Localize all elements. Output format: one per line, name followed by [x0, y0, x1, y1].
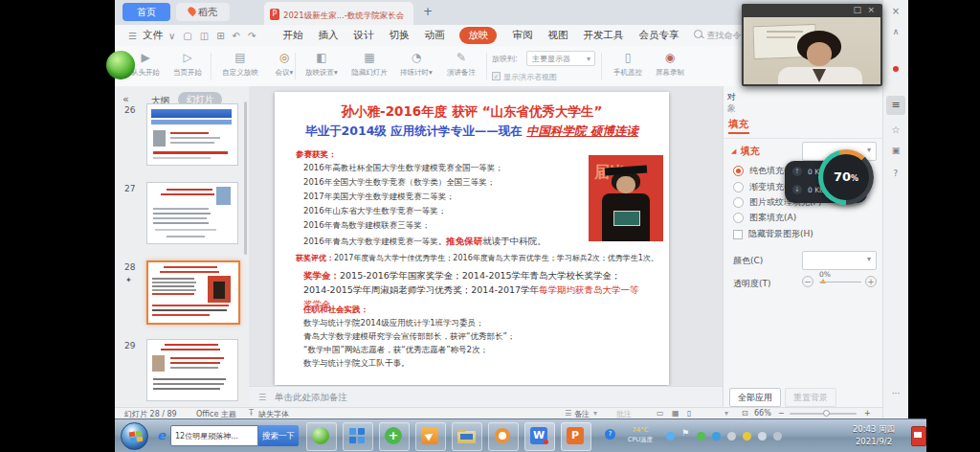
menu-home[interactable]: 开始	[282, 29, 302, 42]
fill-tab[interactable]: 填充	[728, 118, 748, 131]
apply-all-button[interactable]: 全部应用	[729, 388, 781, 407]
taskbar-app-media[interactable]	[452, 422, 482, 451]
tray-flag-icon[interactable]: ⚑	[681, 428, 689, 438]
taskbar-app-pointer[interactable]	[415, 422, 446, 451]
copy-rail-icon[interactable]: ▣	[883, 146, 908, 155]
transparency-slider-track[interactable]	[819, 282, 861, 282]
close-pane-icon[interactable]: ×	[883, 6, 908, 16]
taskbar-app-wpp[interactable]: P	[561, 422, 591, 451]
menu-transition[interactable]: 切换	[389, 29, 409, 42]
zoom-level[interactable]: 66%	[754, 409, 771, 418]
fit-slide-icon[interactable]: ⊡	[742, 409, 748, 418]
redo-icon[interactable]: ↷	[248, 31, 256, 41]
hide-background-checkbox[interactable]: 隐藏背景图形(H)	[733, 228, 813, 240]
normal-view-icon[interactable]: ▭	[657, 409, 664, 418]
panel-scrollbar[interactable]	[244, 102, 247, 255]
star-rail-icon[interactable]: ☆	[883, 124, 908, 135]
taskbar-app-ring[interactable]	[488, 422, 519, 451]
rehearse-button[interactable]: ◔排练计时▾	[394, 50, 438, 77]
start-button[interactable]	[121, 422, 148, 450]
collapse-panel-icon[interactable]: «	[122, 93, 129, 105]
cpu-temp-widget[interactable]: 74°C CPU温度	[622, 425, 658, 444]
print-preview-icon[interactable]: ⊞	[216, 31, 224, 41]
save-icon[interactable]: ▢	[183, 31, 191, 41]
ie-search-input[interactable]: 12位明星殒落神...	[170, 425, 258, 446]
wpp-icon: P	[567, 427, 584, 444]
notes-bar[interactable]: ☰ 单击此处添加备注	[249, 386, 723, 408]
menu-member[interactable]: 会员专享	[638, 29, 679, 42]
performance-ring-widget[interactable]: 70%	[818, 149, 874, 205]
close-icon[interactable]: ×	[867, 5, 875, 14]
transparency-plus-button[interactable]: +	[865, 276, 877, 287]
transparency-minus-button[interactable]: −	[802, 276, 813, 287]
properties-rail-button[interactable]: ≡	[886, 96, 905, 115]
tray-bluetooth-icon[interactable]	[712, 432, 721, 441]
custom-show-label: 自定义放映	[222, 68, 258, 77]
taskbar-app-wps[interactable]: W	[524, 422, 555, 451]
speaker-notes-button[interactable]: ✎演讲备注	[440, 50, 482, 77]
slide-thumbnail-28-selected[interactable]	[146, 260, 240, 325]
tray-shield-icon[interactable]	[743, 432, 751, 441]
print-icon[interactable]: ◫	[200, 31, 209, 41]
notification-icon[interactable]	[911, 426, 926, 446]
caret-down-icon[interactable]: ▾	[593, 409, 597, 418]
taskbar-app-tiles[interactable]	[343, 422, 373, 451]
slide-28[interactable]: 孙小雅-2016年度 获评 “山东省优秀大学生” 毕业于2014级 应用统计学专…	[275, 92, 669, 385]
undo-icon[interactable]: ↶	[233, 31, 240, 41]
video-titlebar[interactable]: □ ×	[742, 4, 882, 17]
presenter-view-checkbox[interactable]: ✓显示演示者视图	[492, 72, 557, 82]
tray-network-icon[interactable]	[727, 432, 736, 441]
help-rail-icon[interactable]: ?	[883, 169, 908, 178]
zoom-in-button[interactable]: +	[864, 409, 871, 418]
menu-file[interactable]: 文件	[143, 29, 163, 42]
phone-remote-button[interactable]: ▯手机遥控	[609, 50, 647, 77]
caret-down-icon[interactable]: ▾	[724, 409, 728, 418]
zoom-slider-knob[interactable]	[823, 410, 830, 417]
chevron-down-icon[interactable]: ∨	[168, 31, 175, 41]
sorter-view-icon[interactable]: ▦	[672, 409, 679, 418]
zoom-out-button[interactable]: −	[778, 409, 785, 418]
taskbar-clock[interactable]: 20:43 周四 2021/9/2	[838, 423, 909, 448]
menu-design[interactable]: 设计	[353, 29, 373, 42]
hide-slide-button[interactable]: ▦隐藏幻灯片	[346, 50, 392, 77]
reset-background-button[interactable]: 重置背景	[785, 388, 836, 407]
screen-record-button[interactable]: ◉屏幕录制	[651, 50, 689, 77]
menu-devtools[interactable]: 开发工具	[583, 29, 623, 42]
video-call-window[interactable]: □ ×	[742, 4, 882, 86]
custom-show-button[interactable]: ▤自定义放映	[214, 50, 266, 77]
menu-insert[interactable]: 插入	[318, 29, 338, 42]
taskbar-app-360browser[interactable]	[306, 422, 337, 451]
tray-signal-icon[interactable]	[773, 432, 782, 441]
ie-search-widget[interactable]: e 12位明星殒落神... 搜索一下	[155, 423, 301, 448]
new-tab-button[interactable]: +	[423, 5, 433, 18]
slide-thumbnail-27[interactable]	[146, 182, 238, 244]
tab-docer[interactable]: 稻壳	[176, 3, 230, 21]
ie-search-button[interactable]: 搜索一下	[258, 425, 299, 446]
tab-document[interactable]: P2021级新生家...-数统学院家长会 ×	[264, 2, 413, 25]
tray-volume-icon[interactable]	[758, 432, 767, 441]
menu-view[interactable]: 视图	[547, 29, 568, 42]
taskbar-app-360safe[interactable]: +	[379, 422, 410, 451]
menu-slideshow-active[interactable]: 放映	[459, 27, 497, 44]
maximize-icon[interactable]: □	[853, 5, 861, 14]
from-current-button[interactable]: ▷当页开始	[167, 50, 209, 77]
reading-view-icon[interactable]: ▯	[687, 409, 691, 418]
speedup-ball[interactable]	[106, 51, 135, 79]
menu-animation[interactable]: 动画	[424, 29, 444, 42]
collapse-up-icon[interactable]: ∧	[883, 27, 908, 36]
pattern-fill-radio[interactable]: 图案填充(A)	[733, 212, 796, 224]
tray-icon-blue[interactable]	[666, 432, 675, 441]
hamburger-icon[interactable]: ☰	[128, 31, 137, 41]
display-device-select[interactable]: 主要显示器▾	[526, 51, 595, 66]
slide-thumbnail-29[interactable]	[146, 339, 238, 401]
tray-help-icon[interactable]: ?	[605, 429, 615, 440]
tab-home[interactable]: 首页	[122, 3, 170, 21]
percent-value: 70	[834, 170, 851, 184]
tray-icon-green[interactable]	[697, 432, 705, 441]
section-expand-icon[interactable]: ◢	[731, 147, 736, 155]
slide-thumbnail-26[interactable]	[146, 103, 238, 166]
show-settings-button[interactable]: ◧放映设置▾	[299, 50, 345, 77]
more-rail-icon[interactable]: ···	[883, 389, 908, 398]
color-dropdown[interactable]: ▾	[802, 251, 877, 270]
menu-review[interactable]: 审阅	[512, 29, 532, 42]
